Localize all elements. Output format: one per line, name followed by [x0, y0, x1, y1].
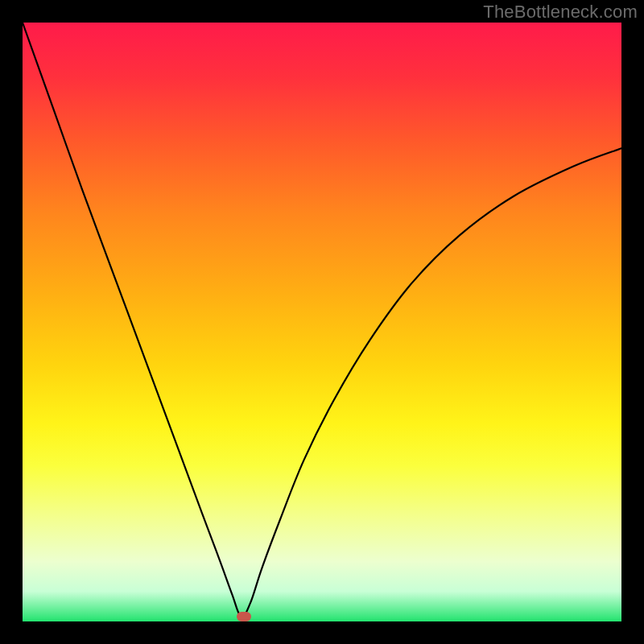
bottleneck-curve — [23, 23, 621, 617]
watermark-text: TheBottleneck.com — [483, 2, 638, 23]
optimal-point-marker — [237, 612, 251, 621]
curve-svg — [23, 23, 621, 621]
chart-frame: TheBottleneck.com — [0, 0, 644, 644]
plot-area — [23, 23, 621, 621]
